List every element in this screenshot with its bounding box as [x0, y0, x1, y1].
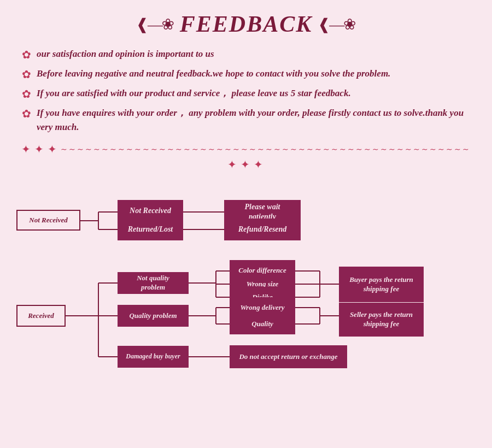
bullet-text-1: our satisfaction and opinion is importan…: [37, 47, 214, 61]
refund-resend-box: Refund/Resend: [224, 219, 301, 240]
quality-node: Quality: [230, 314, 295, 334]
bullet-icon-1: ✿: [22, 48, 31, 61]
seller-pays-box: Seller pays the return shipping fee: [339, 303, 424, 337]
received-root-box: Received: [16, 305, 66, 327]
bullet-item-1: ✿ our satisfaction and opinion is import…: [22, 47, 470, 61]
buyer-pays-box: Buyer pays the return shipping fee: [339, 267, 424, 302]
bullet-section: ✿ our satisfaction and opinion is import…: [16, 47, 476, 134]
damaged-node: Damaged buy buyer: [118, 346, 189, 368]
received-root-node: Received: [16, 305, 66, 327]
deco-left: ❀—❱: [137, 15, 174, 33]
returned-lost-box: Returned/Lost: [118, 219, 183, 240]
bullet-text-4: If you have enquires with your order， an…: [37, 106, 470, 134]
damaged-box: Damaged buy buyer: [118, 346, 189, 368]
divider-line: ✦✦✦ ∼∼∼∼∼∼∼∼∼∼∼∼∼∼∼∼∼∼∼∼∼∼∼∼∼∼∼∼∼∼∼∼∼∼∼∼…: [16, 143, 476, 171]
bullet-text-3: If you are satisfied with our product an…: [37, 86, 351, 101]
bullet-item-4: ✿ If you have enquires with your order， …: [22, 106, 470, 134]
not-quality-box: Not quality problem: [118, 272, 189, 294]
flowchart-container: Not Received Not Received Returned/Lost …: [16, 190, 476, 403]
quality-box: Quality: [230, 314, 295, 334]
divider: ✦✦✦ ∼∼∼∼∼∼∼∼∼∼∼∼∼∼∼∼∼∼∼∼∼∼∼∼∼∼∼∼∼∼∼∼∼∼∼∼…: [16, 143, 476, 171]
bullet-text-2: Before leaving negative and neutral feed…: [37, 67, 390, 81]
bullet-item-2: ✿ Before leaving negative and neutral fe…: [22, 67, 470, 81]
deco-right: ❰—❀: [318, 15, 355, 33]
seller-pays-node: Seller pays the return shipping fee: [339, 303, 424, 337]
not-quality-node: Not quality problem: [118, 272, 189, 294]
buyer-pays-node: Buyer pays the return shipping fee: [339, 267, 424, 302]
header-section: ❀—❱ FEEDBACK ❰—❀: [16, 11, 476, 37]
page-title: FEEDBACK: [180, 11, 312, 37]
no-return-box: Do not accept return or exchange: [230, 345, 347, 368]
refund-resend-node: Refund/Resend: [224, 219, 301, 240]
returned-lost-node: Returned/Lost: [118, 219, 183, 240]
bullet-icon-3: ✿: [22, 87, 31, 101]
not-received-root-node: Not Received: [16, 210, 80, 231]
page-wrapper: ❀—❱ FEEDBACK ❰—❀ ✿ our satisfaction and …: [0, 0, 492, 448]
flowchart: Not Received Not Received Returned/Lost …: [16, 182, 476, 409]
bullet-icon-2: ✿: [22, 68, 31, 81]
bullet-item-3: ✿ If you are satisfied with our product …: [22, 86, 470, 101]
no-return-node: Do not accept return or exchange: [230, 345, 347, 368]
bullet-icon-4: ✿: [22, 107, 31, 120]
not-received-root-box: Not Received: [16, 210, 80, 231]
quality-problem-node: Quality problem: [118, 305, 189, 327]
quality-problem-box: Quality problem: [118, 305, 189, 327]
